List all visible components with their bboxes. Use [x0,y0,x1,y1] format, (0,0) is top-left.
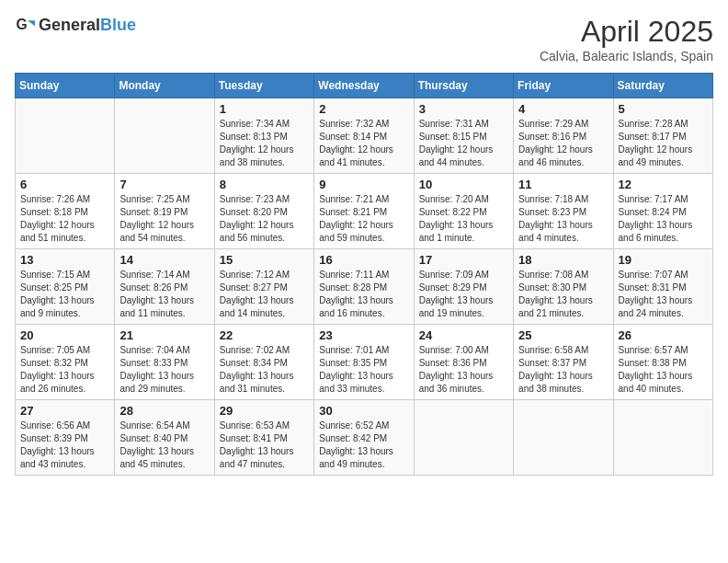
calendar-week-row: 13Sunrise: 7:15 AMSunset: 8:25 PMDayligh… [16,249,713,325]
day-info: Sunrise: 6:57 AMSunset: 8:38 PMDaylight:… [619,344,708,396]
logo-text-general: General [39,16,100,34]
day-info: Sunrise: 6:53 AMSunset: 8:41 PMDaylight:… [220,419,309,471]
calendar-cell: 17Sunrise: 7:09 AMSunset: 8:29 PMDayligh… [414,249,513,325]
day-info: Sunrise: 7:09 AMSunset: 8:29 PMDaylight:… [419,269,508,320]
header: G GeneralBlue April 2025 Calvia, Baleari… [15,15,713,63]
calendar-cell: 27Sunrise: 6:56 AMSunset: 8:39 PMDayligh… [16,400,115,476]
day-info: Sunrise: 7:21 AMSunset: 8:21 PMDaylight:… [319,193,408,245]
day-number: 5 [619,102,708,116]
day-info: Sunrise: 6:54 AMSunset: 8:40 PMDaylight:… [119,419,209,471]
day-info: Sunrise: 6:52 AMSunset: 8:42 PMDaylight:… [319,419,408,471]
day-number: 18 [518,253,608,267]
day-number: 4 [518,102,608,116]
day-of-week-header: Tuesday [214,74,313,98]
day-number: 7 [119,178,209,191]
day-info: Sunrise: 7:07 AMSunset: 8:31 PMDaylight:… [619,269,708,320]
day-info: Sunrise: 7:11 AMSunset: 8:28 PMDaylight:… [319,269,408,320]
svg-text:G: G [17,17,28,32]
day-info: Sunrise: 7:12 AMSunset: 8:27 PMDaylight:… [220,269,309,320]
calendar-cell: 24Sunrise: 7:00 AMSunset: 8:36 PMDayligh… [414,325,513,400]
day-number: 1 [220,102,309,116]
day-info: Sunrise: 6:58 AMSunset: 8:37 PMDaylight:… [518,344,608,396]
day-number: 17 [419,253,508,267]
calendar-cell: 13Sunrise: 7:15 AMSunset: 8:25 PMDayligh… [16,249,115,325]
calendar-cell [414,400,513,476]
calendar-cell: 9Sunrise: 7:21 AMSunset: 8:21 PMDaylight… [314,174,414,249]
day-of-week-header: Wednesday [314,74,414,98]
calendar-week-row: 27Sunrise: 6:56 AMSunset: 8:39 PMDayligh… [16,400,713,476]
day-info: Sunrise: 7:17 AMSunset: 8:24 PMDaylight:… [619,193,708,245]
day-number: 26 [619,328,708,342]
calendar-header-row: SundayMondayTuesdayWednesdayThursdayFrid… [16,74,713,98]
day-number: 9 [319,178,408,191]
day-number: 19 [619,253,708,267]
logo-icon: G [15,15,35,35]
calendar-cell: 12Sunrise: 7:17 AMSunset: 8:24 PMDayligh… [613,174,712,249]
day-number: 22 [220,328,309,342]
day-of-week-header: Monday [115,74,214,98]
calendar-cell: 7Sunrise: 7:25 AMSunset: 8:19 PMDaylight… [115,174,214,249]
day-info: Sunrise: 7:34 AMSunset: 8:13 PMDaylight:… [220,118,309,169]
calendar-cell: 19Sunrise: 7:07 AMSunset: 8:31 PMDayligh… [613,249,712,325]
day-info: Sunrise: 7:26 AMSunset: 8:18 PMDaylight:… [20,193,109,245]
day-info: Sunrise: 7:32 AMSunset: 8:14 PMDaylight:… [319,118,408,169]
day-info: Sunrise: 7:04 AMSunset: 8:33 PMDaylight:… [119,344,209,396]
day-number: 25 [518,328,608,342]
day-info: Sunrise: 6:56 AMSunset: 8:39 PMDaylight:… [20,419,109,471]
calendar-cell: 8Sunrise: 7:23 AMSunset: 8:20 PMDaylight… [214,174,313,249]
calendar-cell: 6Sunrise: 7:26 AMSunset: 8:18 PMDaylight… [16,174,115,249]
day-of-week-header: Friday [514,74,613,98]
day-info: Sunrise: 7:29 AMSunset: 8:16 PMDaylight:… [518,118,608,169]
calendar-subtitle: Calvia, Balearic Islands, Spain [540,49,713,63]
day-number: 3 [419,102,508,116]
calendar-cell: 29Sunrise: 6:53 AMSunset: 8:41 PMDayligh… [214,400,313,476]
day-number: 6 [20,178,109,191]
day-info: Sunrise: 7:05 AMSunset: 8:32 PMDaylight:… [20,344,109,396]
title-area: April 2025 Calvia, Balearic Islands, Spa… [540,15,713,63]
day-number: 16 [319,253,408,267]
calendar-cell: 1Sunrise: 7:34 AMSunset: 8:13 PMDaylight… [214,98,313,174]
calendar-cell: 28Sunrise: 6:54 AMSunset: 8:40 PMDayligh… [115,400,214,476]
calendar-cell: 18Sunrise: 7:08 AMSunset: 8:30 PMDayligh… [514,249,613,325]
logo: G GeneralBlue [15,15,136,35]
day-number: 24 [419,328,508,342]
day-number: 12 [619,178,708,191]
day-info: Sunrise: 7:28 AMSunset: 8:17 PMDaylight:… [619,118,708,169]
svg-marker-1 [28,20,35,26]
calendar-cell: 10Sunrise: 7:20 AMSunset: 8:22 PMDayligh… [414,174,513,249]
day-number: 21 [119,328,209,342]
calendar-week-row: 6Sunrise: 7:26 AMSunset: 8:18 PMDaylight… [16,174,713,249]
day-info: Sunrise: 7:14 AMSunset: 8:26 PMDaylight:… [119,269,209,320]
day-number: 15 [220,253,309,267]
day-info: Sunrise: 7:08 AMSunset: 8:30 PMDaylight:… [518,269,608,320]
calendar-cell: 15Sunrise: 7:12 AMSunset: 8:27 PMDayligh… [214,249,313,325]
calendar-cell: 23Sunrise: 7:01 AMSunset: 8:35 PMDayligh… [314,325,414,400]
day-of-week-header: Saturday [613,74,712,98]
day-info: Sunrise: 7:18 AMSunset: 8:23 PMDaylight:… [518,193,608,245]
day-number: 10 [419,178,508,191]
calendar-cell: 20Sunrise: 7:05 AMSunset: 8:32 PMDayligh… [16,325,115,400]
calendar-cell: 11Sunrise: 7:18 AMSunset: 8:23 PMDayligh… [514,174,613,249]
calendar-cell: 26Sunrise: 6:57 AMSunset: 8:38 PMDayligh… [613,325,712,400]
calendar-cell: 16Sunrise: 7:11 AMSunset: 8:28 PMDayligh… [314,249,414,325]
day-number: 30 [319,404,408,418]
calendar-cell: 14Sunrise: 7:14 AMSunset: 8:26 PMDayligh… [115,249,214,325]
day-info: Sunrise: 7:25 AMSunset: 8:19 PMDaylight:… [119,193,209,245]
day-info: Sunrise: 7:20 AMSunset: 8:22 PMDaylight:… [419,193,508,245]
day-number: 28 [119,404,209,418]
day-number: 11 [518,178,608,191]
calendar-cell [613,400,712,476]
calendar-cell: 30Sunrise: 6:52 AMSunset: 8:42 PMDayligh… [314,400,414,476]
calendar-week-row: 20Sunrise: 7:05 AMSunset: 8:32 PMDayligh… [16,325,713,400]
calendar-cell [514,400,613,476]
calendar-cell: 3Sunrise: 7:31 AMSunset: 8:15 PMDaylight… [414,98,513,174]
day-info: Sunrise: 7:02 AMSunset: 8:34 PMDaylight:… [220,344,309,396]
calendar-cell [16,98,115,174]
calendar-week-row: 1Sunrise: 7:34 AMSunset: 8:13 PMDaylight… [16,98,713,174]
calendar-cell: 4Sunrise: 7:29 AMSunset: 8:16 PMDaylight… [514,98,613,174]
day-number: 13 [20,253,109,267]
calendar-title: April 2025 [540,15,713,49]
day-number: 2 [319,102,408,116]
day-info: Sunrise: 7:15 AMSunset: 8:25 PMDaylight:… [20,269,109,320]
logo-text-blue: Blue [100,16,136,34]
